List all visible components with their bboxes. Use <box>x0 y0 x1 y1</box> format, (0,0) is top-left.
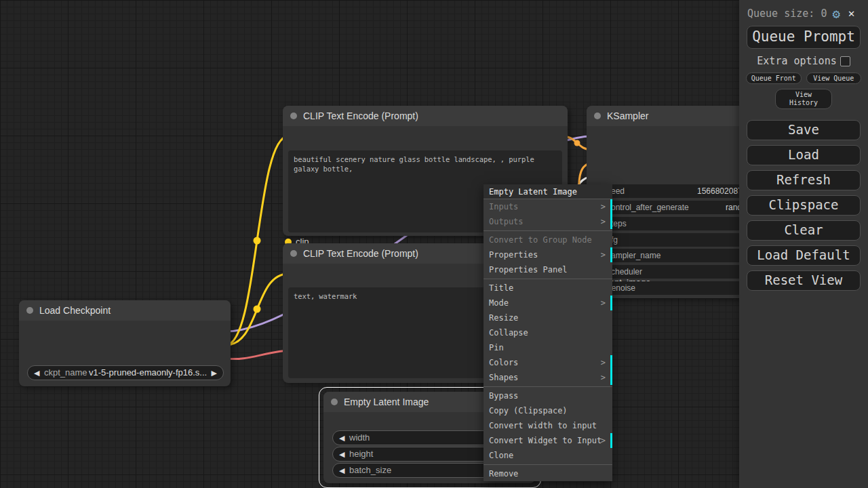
extra-options-label: Extra options <box>757 55 836 67</box>
menu-item-convert-width-to-input[interactable]: Convert width to input <box>484 418 612 433</box>
reset-view-button[interactable]: Reset View <box>747 270 861 291</box>
comfy-menu-panel: Queue size: 0 ⚙ ✕ Queue Prompt Extra opt… <box>739 0 868 488</box>
prev-arrow-icon[interactable]: ◀ <box>339 447 344 461</box>
submenu-arrow-icon: > <box>601 247 606 262</box>
prev-arrow-icon[interactable]: ◀ <box>339 464 344 477</box>
menu-separator <box>484 279 612 279</box>
menu-item-colors[interactable]: Colors> <box>484 355 612 370</box>
prev-arrow-icon[interactable]: ◀ <box>339 431 344 445</box>
menu-item-collapse[interactable]: Collapse <box>484 325 612 340</box>
menu-separator <box>484 386 612 387</box>
submenu-arrow-icon: > <box>601 296 606 310</box>
submenu-arrow-icon: > <box>601 199 606 214</box>
view-queue-button[interactable]: View Queue <box>806 73 862 84</box>
queue-prompt-button[interactable]: Queue Prompt <box>747 26 861 49</box>
node-title: Load Checkpoint <box>39 305 111 316</box>
node-title: CLIP Text Encode (Prompt) <box>303 248 418 259</box>
next-arrow-icon[interactable]: ▶ <box>212 366 217 380</box>
collapse-dot-icon[interactable] <box>594 113 601 119</box>
menu-separator <box>484 230 612 231</box>
menu-item-pin[interactable]: Pin <box>484 340 612 355</box>
refresh-button[interactable]: Refresh <box>747 170 861 190</box>
load-button[interactable]: Load <box>747 145 861 165</box>
settings-gear-icon[interactable]: ⚙ <box>832 8 840 19</box>
menu-item-inputs: Inputs> <box>484 199 612 214</box>
clear-button[interactable]: Clear <box>747 220 861 241</box>
menu-item-properties-panel[interactable]: Properties Panel <box>484 262 612 277</box>
menu-item-copy-clipspace[interactable]: Copy (Clipspace) <box>484 403 612 418</box>
submenu-arrow-icon: > <box>601 355 606 370</box>
node-title: CLIP Text Encode (Prompt) <box>303 110 418 121</box>
submenu-arrow-icon: > <box>601 370 606 385</box>
menu-item-outputs: Outputs> <box>484 214 612 229</box>
menu-item-shapes[interactable]: Shapes> <box>484 370 612 385</box>
clipspace-button[interactable]: Clipspace <box>747 195 861 216</box>
submenu-arrow-icon: > <box>601 214 606 229</box>
collapse-dot-icon[interactable] <box>290 250 297 257</box>
queue-size-label: Queue size: <box>747 7 814 20</box>
menu-item-convert-widget-to-input[interactable]: Convert Widget to Input> <box>484 433 612 448</box>
menu-item-title[interactable]: Title <box>484 281 612 296</box>
widget-ckpt-name[interactable]: ◀ ckpt_name v1-5-pruned-emaonly-fp16.s..… <box>27 365 224 380</box>
prev-arrow-icon[interactable]: ◀ <box>34 366 39 380</box>
queue-front-button[interactable]: Queue Front <box>746 73 802 84</box>
menu-item-resize[interactable]: Resize <box>484 310 612 325</box>
menu-item-mode[interactable]: Mode> <box>484 296 612 310</box>
menu-item-convert-to-group-node: Convert to Group Node <box>484 232 612 247</box>
wire-midpoint-dot <box>254 237 261 245</box>
collapse-dot-icon[interactable] <box>331 399 338 405</box>
collapse-dot-icon[interactable] <box>26 307 33 314</box>
menu-item-remove[interactable]: Remove <box>484 466 612 481</box>
wire-midpoint-dot <box>254 306 261 313</box>
close-icon[interactable]: ✕ <box>848 7 855 20</box>
node-title-bar[interactable]: Load Checkpoint <box>19 300 231 321</box>
load-default-button[interactable]: Load Default <box>747 245 861 266</box>
wire-midpoint-dot <box>574 140 580 146</box>
menu-item-clone[interactable]: Clone <box>484 448 612 463</box>
extra-options-checkbox[interactable] <box>840 56 850 66</box>
menu-item-properties[interactable]: Properties> <box>484 247 612 262</box>
menu-item-bypass[interactable]: Bypass <box>484 388 612 403</box>
collapse-dot-icon[interactable] <box>290 113 297 119</box>
node-title: KSampler <box>607 110 648 121</box>
menu-separator <box>484 464 612 465</box>
context-menu: Empty Latent Image Inputs> Outputs> Conv… <box>484 184 612 481</box>
node-title-bar[interactable]: CLIP Text Encode (Prompt) <box>283 106 568 126</box>
view-history-button[interactable]: View History <box>775 89 832 109</box>
queue-size-value: 0 <box>821 7 827 20</box>
node-graph-canvas[interactable]: CLIP Text Encode (Prompt) clip CONDITION… <box>0 0 868 488</box>
submenu-arrow-icon: > <box>601 433 606 448</box>
context-menu-title: Empty Latent Image <box>484 184 612 199</box>
save-button[interactable]: Save <box>747 120 861 140</box>
node-load-checkpoint[interactable]: Load Checkpoint MODEL CLIP VAE ◀ ckpt_na… <box>19 300 231 386</box>
node-title: Empty Latent Image <box>344 396 429 407</box>
